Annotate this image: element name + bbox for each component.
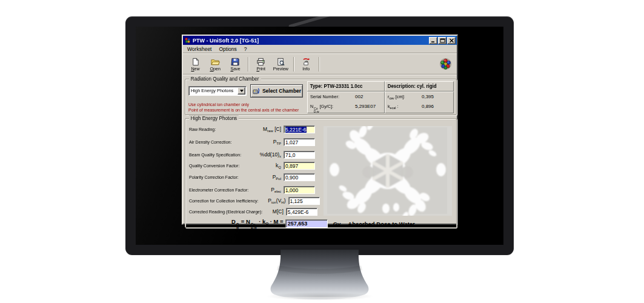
corrected-reading-field[interactable]: 5,429E-6 xyxy=(286,208,317,216)
save-button[interactable]: Save xyxy=(225,56,245,73)
mc-symbol: M[C] xyxy=(273,208,286,215)
new-button[interactable]: New xyxy=(185,56,205,73)
beam-quality-row: Beam Quality Specification: %dd(10)x 71,… xyxy=(189,150,315,159)
warning-line-1: Use cylindrical ion chamber only xyxy=(188,102,249,107)
air-density-row: Air Density Correction: PTP 1,027 xyxy=(189,138,315,146)
open-folder-icon xyxy=(211,58,220,66)
menu-options[interactable]: Options xyxy=(215,46,240,52)
chamber-type-cell: Type: PTW-23331 1.0cc xyxy=(307,81,385,92)
dropdown-arrow-button[interactable] xyxy=(237,87,245,95)
quality-conversion-row: Quality Conversion Factor: kQ 0,897 xyxy=(189,161,315,170)
app-window: PTW - UniSoft 2.0 [TG-51] Worksheet Opti… xyxy=(182,35,458,225)
warning-line-2: Point of measurement is on the central a… xyxy=(188,107,299,113)
minimize-button[interactable] xyxy=(429,37,437,44)
kq-symbol: kQ xyxy=(276,162,284,169)
print-button[interactable]: Print xyxy=(251,56,271,73)
new-document-icon xyxy=(191,58,200,66)
air-density-field[interactable]: 1,027 xyxy=(284,138,315,146)
polarity-row: Polarity Correction Factor: PPol 0,900 xyxy=(189,173,315,181)
kecal-value: 0,896 xyxy=(422,104,434,109)
serial-number-value: 002 xyxy=(355,94,363,99)
close-icon xyxy=(449,38,454,43)
ptw-atom-logo-icon xyxy=(439,57,453,71)
raw-reading-row: Raw Reading: Mraw [C] 5,221E-6 xyxy=(189,125,315,133)
dd10x-symbol: %dd(10)x xyxy=(260,152,284,158)
print-icon xyxy=(256,58,265,66)
select-chamber-button[interactable]: Select Chamber xyxy=(250,84,303,98)
absorbed-dose-result-field[interactable]: 257,653 xyxy=(285,219,328,228)
dose-formula-row: DQw = NCoD,w · kQ · M = 257,653 Gy Absor… xyxy=(231,218,415,229)
electrometer-field[interactable]: 1,000 xyxy=(284,186,315,194)
toolbar-separator xyxy=(319,57,319,72)
serial-number-label: Serial Number: xyxy=(310,94,339,99)
chevron-down-icon xyxy=(240,90,244,92)
polarity-field[interactable]: 0,900 xyxy=(284,173,315,181)
print-preview-icon xyxy=(276,58,285,66)
dose-formula: DQw = NCoD,w · kQ · M = xyxy=(231,218,284,229)
info-button[interactable]: Info xyxy=(296,56,316,73)
chamber-radiograph-image xyxy=(324,126,452,216)
corrected-reading-row: Corrected Reading (Electrical Charge): M… xyxy=(189,207,315,216)
radiation-quality-group: Radiation Quality and Chamber High Energ… xyxy=(185,79,457,115)
rcav-value: 0,395 xyxy=(422,94,434,99)
ndw-value: 5,293E07 xyxy=(355,104,376,109)
beam-quality-field[interactable]: 71,0 xyxy=(284,151,315,159)
monitor-screen: PTW - UniSoft 2.0 [TG-51] Worksheet Opti… xyxy=(136,27,503,245)
minimize-icon xyxy=(431,38,436,43)
raw-reading-field[interactable]: 5,221E-6 xyxy=(284,125,315,133)
close-button[interactable] xyxy=(447,37,456,44)
select-chamber-label: Select Chamber xyxy=(262,88,301,94)
group-title: Radiation Quality and Chamber xyxy=(189,76,261,82)
rcav-label: rcav [cm]: xyxy=(388,94,405,100)
radiation-quality-select[interactable]: High Energy Photons xyxy=(188,86,247,96)
ppol-symbol: PPol xyxy=(273,174,284,181)
radiation-quality-value: High Energy Photons xyxy=(191,88,233,93)
menu-bar: Worksheet Options ? xyxy=(183,45,457,53)
select-chamber-icon xyxy=(252,87,260,95)
title-bar[interactable]: PTW - UniSoft 2.0 [TG-51] xyxy=(183,36,457,45)
chamber-left-data-cell: Serial Number: 002 NCoD,w[Gy/C]: 5,293E0… xyxy=(307,92,385,113)
toolbar: New Open Save xyxy=(183,54,457,75)
toolbar-separator xyxy=(293,57,294,72)
quality-conversion-field[interactable]: 0,897 xyxy=(284,162,315,170)
collection-inefficiency-field[interactable]: 1,125 xyxy=(288,197,320,205)
maximize-icon xyxy=(440,38,445,43)
collection-inefficiency-row: Correction for Collection Inefficiency: … xyxy=(189,196,315,205)
absorbed-dose-note: Absorbed Dose to Water xyxy=(348,221,415,227)
preview-button[interactable]: Preview xyxy=(271,56,291,73)
save-floppy-icon xyxy=(231,58,240,66)
info-hand-icon xyxy=(302,58,311,66)
kecal-label: kecal : xyxy=(388,104,399,110)
toolbar-separator xyxy=(248,57,248,72)
chamber-info-panel: Type: PTW-23331 1.0cc Description: cyl. … xyxy=(307,81,454,113)
window-title: PTW - UniSoft 2.0 [TG-51] xyxy=(193,37,259,44)
bezel-glare xyxy=(288,10,342,28)
high-energy-photons-group: High Energy Photons Raw Reading: Mraw [C… xyxy=(185,118,457,228)
ptp-symbol: PTP xyxy=(273,139,284,145)
chamber-right-data-cell: rcav [cm]: 0,395 kecal : 0,896 xyxy=(385,92,454,113)
dose-unit: Gy xyxy=(333,221,341,227)
maximize-button[interactable] xyxy=(438,37,446,44)
client-area: Radiation Quality and Chamber High Energ… xyxy=(183,75,457,228)
monitor: PTW - UniSoft 2.0 [TG-51] Worksheet Opti… xyxy=(125,16,514,255)
app-atom-icon xyxy=(184,37,191,44)
chamber-description-cell: Description: cyl. rigid xyxy=(385,81,454,92)
electrometer-row: Electrometer Correction Factor: Pelec 1,… xyxy=(189,185,315,194)
group-title: High Energy Photons xyxy=(189,115,239,121)
pion-symbol: Pion(VH) xyxy=(268,198,288,204)
open-button[interactable]: Open xyxy=(205,56,225,73)
ndw-label: NCoD,w[Gy/C]: xyxy=(310,104,333,113)
stand-shadow xyxy=(265,292,374,301)
menu-help[interactable]: ? xyxy=(241,46,251,52)
menu-worksheet[interactable]: Worksheet xyxy=(184,46,215,52)
mraw-symbol: Mraw [C] xyxy=(263,126,284,133)
pelec-symbol: Pelec xyxy=(271,187,284,193)
